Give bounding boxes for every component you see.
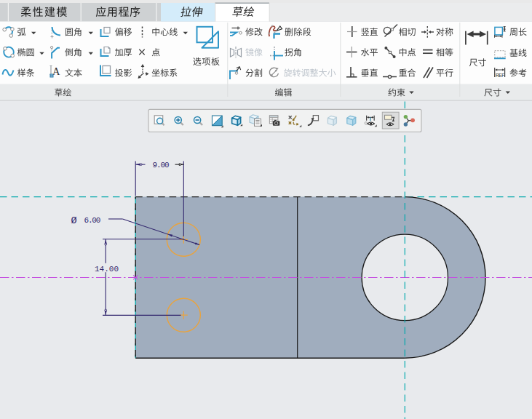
svg-text:A: A: [52, 65, 60, 77]
svg-text:9.00: 9.00: [153, 161, 170, 169]
svg-text:6.00: 6.00: [84, 216, 100, 225]
svg-text:Ø: Ø: [71, 215, 76, 226]
svg-text:14.00: 14.00: [95, 265, 119, 274]
svg-text:REF: REF: [496, 73, 504, 78]
